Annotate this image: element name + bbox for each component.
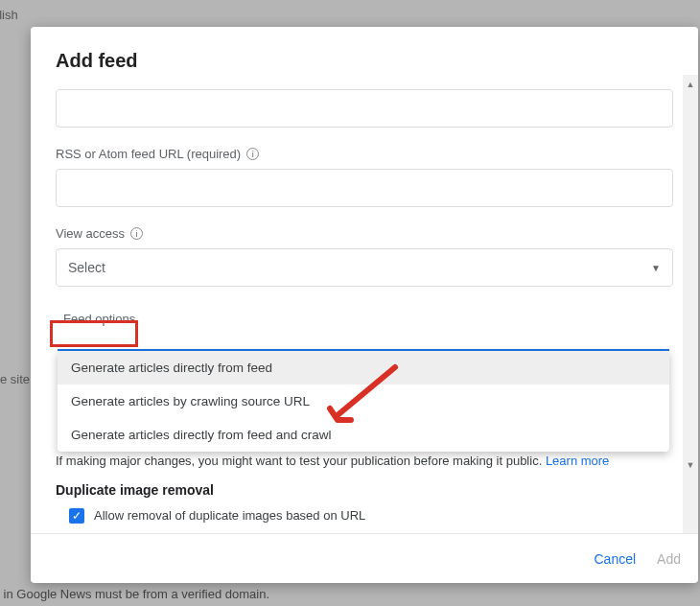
checkbox-row-url: ✓ Allow removal of duplicate images base… [69, 508, 669, 524]
checkbox-url[interactable]: ✓ [69, 508, 84, 524]
view-access-select[interactable]: Select ▼ [56, 248, 673, 287]
info-icon[interactable]: i [130, 227, 143, 240]
dropdown-option-feed-and-crawl[interactable]: Generate articles directly from feed and… [58, 418, 669, 452]
add-button[interactable]: Add [657, 551, 681, 567]
info-icon[interactable]: i [246, 148, 259, 160]
rss-url-label: RSS or Atom feed URL (required) i [56, 147, 673, 161]
dropdown-option-generate-from-feed[interactable]: Generate articles directly from feed [58, 351, 669, 385]
scroll-down-icon[interactable]: ▼ [686, 460, 695, 470]
modal-title: Add feed [56, 50, 673, 72]
rss-url-input[interactable] [56, 169, 673, 207]
help-text-prefix: If making major changes, you might want … [56, 454, 546, 468]
view-access-value: Select [68, 260, 105, 275]
add-feed-modal: ▲ ▼ Add feed RSS or Atom feed URL (requi… [31, 27, 698, 583]
feed-name-input[interactable] [56, 89, 673, 128]
view-access-label: View access i [56, 226, 673, 241]
rss-url-label-text: RSS or Atom feed URL (required) [56, 147, 241, 161]
checkbox-url-label: Allow removal of duplicate images based … [94, 508, 365, 523]
dropdown-option-crawl-source-url[interactable]: Generate articles by crawling source URL [58, 385, 669, 418]
help-text: If making major changes, you might want … [56, 454, 669, 468]
cancel-button[interactable]: Cancel [594, 551, 636, 567]
feed-options-dropdown: Generate articles directly from feed Gen… [58, 351, 669, 452]
modal-footer: Cancel Add [31, 533, 698, 583]
scroll-up-icon[interactable]: ▲ [686, 80, 695, 89]
view-access-label-text: View access [56, 226, 125, 241]
feed-options-label: Feed options [56, 308, 143, 330]
background-bottom-fragment: in Google News must be from a verified d… [0, 587, 269, 601]
background-tab-fragment: blish [0, 8, 18, 22]
learn-more-link[interactable]: Learn more [546, 454, 609, 468]
modal-body: ▲ ▼ Add feed RSS or Atom feed URL (requi… [31, 27, 698, 533]
chevron-down-icon: ▼ [651, 263, 661, 273]
duplicate-image-removal-title: Duplicate image removal [56, 482, 214, 498]
